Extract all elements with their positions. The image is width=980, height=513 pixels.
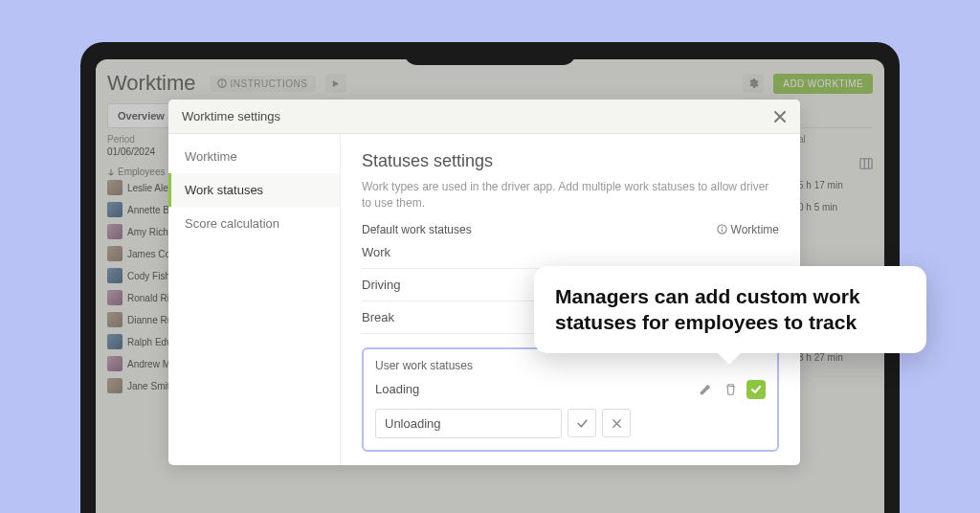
nav-item-work-statuses[interactable]: Work statuses [168,173,340,207]
info-icon [717,224,727,234]
worktime-column-header: Worktime [717,223,779,236]
user-statuses-header: User work statuses [375,359,766,372]
user-status-label: Loading [375,382,689,396]
new-status-input[interactable] [375,409,562,438]
edit-button[interactable] [697,381,714,398]
status-work: Work [362,236,779,269]
pencil-icon [699,383,712,396]
nav-item-score-calculation[interactable]: Score calculation [168,207,340,240]
device-notch [404,42,576,65]
delete-button[interactable] [722,381,739,398]
user-status-row: Loading [375,380,766,399]
modal-title: Worktime settings [182,109,280,123]
confirm-button[interactable] [568,409,596,437]
svg-rect-8 [721,229,722,232]
nav-item-worktime[interactable]: Worktime [168,140,340,173]
settings-nav: Worktime Work statuses Score calculation [168,134,341,465]
check-icon [576,417,589,430]
close-icon [612,418,622,429]
cancel-button[interactable] [602,409,631,437]
section-description: Work types are used in the driver app. A… [362,179,779,212]
close-icon [773,110,787,123]
enabled-toggle[interactable] [746,380,766,399]
trash-icon [724,383,737,396]
check-icon [750,384,762,395]
section-title: Statuses settings [362,151,779,171]
close-button[interactable] [773,110,787,123]
feature-callout: Managers can add custom work statuses fo… [534,266,926,353]
default-statuses-header: Default work statuses [362,223,472,236]
svg-point-7 [721,227,723,229]
